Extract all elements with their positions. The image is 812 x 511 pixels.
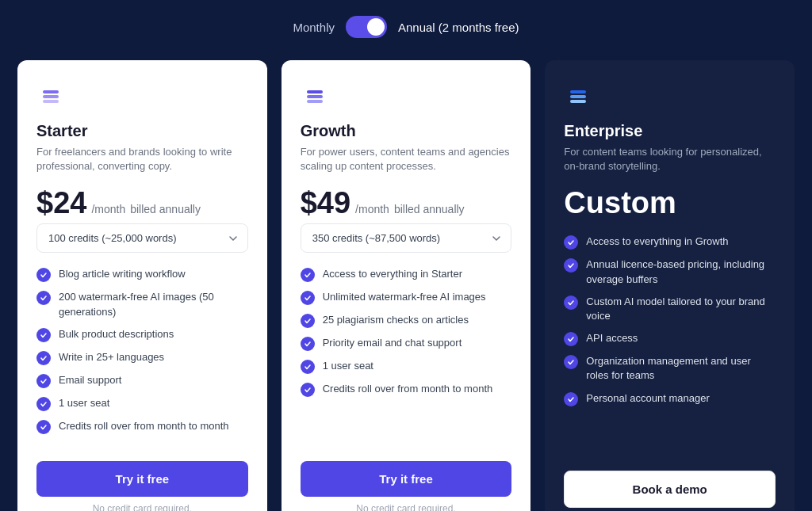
check-icon — [564, 258, 578, 273]
svg-rect-5 — [307, 90, 323, 93]
svg-rect-4 — [307, 95, 323, 98]
starter-price: $24 /month billed annually — [36, 186, 248, 220]
enterprise-price: Custom — [564, 186, 776, 220]
list-item: 25 plagiarism checks on articles — [301, 313, 512, 328]
enterprise-plan-card: Enterprise For content teams looking for… — [545, 60, 795, 511]
list-item: Personal account manager — [564, 391, 776, 406]
check-icon — [36, 328, 51, 342]
check-icon — [301, 360, 315, 374]
growth-plan-name: Growth — [301, 122, 512, 140]
list-item: Custom AI model tailored to your brand v… — [564, 295, 776, 323]
list-item: Unlimited watermark-free AI images — [301, 290, 512, 305]
check-icon — [36, 351, 51, 365]
list-item: Credits roll over from month to month — [36, 419, 248, 434]
growth-credits-select[interactable]: 350 credits (~87,500 words) — [301, 223, 512, 253]
check-icon — [564, 392, 578, 406]
growth-no-credit: No credit card required. — [301, 503, 512, 511]
list-item: Blog article writing workflow — [36, 267, 248, 282]
annual-label: Annual (2 months free) — [398, 21, 519, 34]
svg-rect-1 — [43, 95, 59, 98]
check-icon — [36, 268, 51, 282]
growth-price-period: /month — [355, 203, 389, 215]
check-icon — [36, 397, 51, 411]
starter-credits-select[interactable]: 100 credits (~25,000 words) — [36, 223, 248, 253]
enterprise-cta-button[interactable]: Book a demo — [564, 471, 776, 508]
check-icon — [301, 337, 315, 351]
monthly-label: Monthly — [293, 21, 335, 34]
growth-price: $49 /month billed annually — [301, 186, 512, 220]
check-icon — [301, 383, 315, 397]
enterprise-plan-desc: For content teams looking for personaliz… — [564, 145, 776, 174]
starter-no-credit: No credit card required. — [36, 503, 248, 511]
svg-rect-7 — [570, 95, 586, 98]
list-item: Bulk product descriptions — [36, 327, 248, 342]
starter-plan-card: Starter For freelancers and brands looki… — [17, 60, 267, 511]
growth-plan-desc: For power users, content teams and agenc… — [301, 145, 512, 174]
growth-icon — [301, 82, 329, 111]
check-icon — [36, 291, 51, 305]
list-item: Annual licence-based pricing, including … — [564, 257, 776, 286]
growth-plan-card: Growth For power users, content teams an… — [282, 60, 531, 511]
check-icon — [564, 235, 578, 250]
starter-features-list: Blog article writing workflow 200 waterm… — [36, 267, 248, 441]
check-icon — [564, 296, 578, 310]
toggle-thumb — [367, 18, 385, 36]
check-icon — [301, 314, 315, 328]
billing-toggle[interactable]: Monthly Annual (2 months free) — [293, 16, 519, 38]
svg-rect-3 — [307, 100, 323, 103]
svg-rect-6 — [570, 100, 586, 103]
enterprise-icon — [564, 82, 592, 111]
list-item: Email support — [36, 373, 248, 388]
check-icon — [564, 332, 578, 346]
list-item: Credits roll over from month to month — [301, 382, 512, 397]
starter-plan-desc: For freelancers and brands looking to wr… — [36, 145, 248, 174]
check-icon — [36, 420, 51, 434]
check-icon — [301, 268, 315, 282]
list-item: Access to everything in Starter — [301, 267, 512, 282]
growth-price-amount: $49 — [301, 186, 350, 220]
list-item: Access to everything in Growth — [564, 235, 776, 250]
starter-cta-button[interactable]: Try it free — [36, 461, 248, 497]
list-item: Organization management and user roles f… — [564, 354, 776, 383]
starter-price-billed: billed annually — [130, 203, 201, 215]
check-icon — [301, 291, 315, 305]
enterprise-features-list: Access to everything in Growth Annual li… — [564, 235, 776, 451]
growth-features-list: Access to everything in Starter Unlimite… — [301, 267, 512, 441]
starter-plan-name: Starter — [36, 122, 248, 140]
growth-price-billed: billed annually — [394, 203, 465, 215]
svg-rect-8 — [570, 90, 586, 93]
list-item: API access — [564, 331, 776, 346]
svg-rect-2 — [43, 90, 59, 93]
toggle-switch[interactable] — [346, 16, 387, 38]
list-item: Write in 25+ languages — [36, 350, 248, 365]
plans-container: Starter For freelancers and brands looki… — [17, 60, 795, 511]
starter-price-period: /month — [91, 203, 125, 215]
svg-rect-0 — [43, 100, 59, 103]
starter-icon — [36, 82, 65, 111]
list-item: Priority email and chat support — [301, 336, 512, 351]
list-item: 1 user seat — [36, 396, 248, 411]
list-item: 1 user seat — [301, 359, 512, 374]
growth-cta-button[interactable]: Try it free — [301, 461, 512, 497]
enterprise-plan-name: Enterprise — [564, 122, 776, 140]
list-item: 200 watermark-free AI images (50 generat… — [36, 290, 248, 318]
starter-price-amount: $24 — [36, 186, 86, 220]
check-icon — [564, 355, 578, 369]
check-icon — [36, 374, 51, 388]
